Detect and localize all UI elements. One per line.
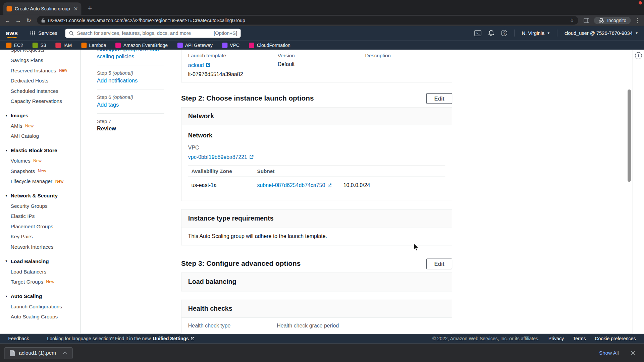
new-badge: New (46, 280, 54, 284)
sidebar-item-savings-plans[interactable]: Savings Plans (0, 55, 80, 65)
launch-template-link[interactable]: acloud (188, 62, 211, 68)
aws-logo[interactable]: aws (6, 29, 18, 37)
step3-edit-button[interactable]: Edit (427, 258, 452, 269)
sidebar-item-auto-scaling-groups[interactable]: Auto Scaling Groups (0, 311, 80, 322)
vpc-link[interactable]: vpc-0bbf19b89eba87221 (188, 154, 254, 160)
chevron-up-icon[interactable] (63, 352, 67, 356)
external-link-icon (191, 337, 195, 341)
load-balancing-card-header: Load balancing (181, 273, 452, 291)
tab-strip: Create Auto Scaling group | EC ✕ + (0, 0, 644, 15)
sidebar-item-capacity-reservations[interactable]: Capacity Reservations (0, 96, 80, 107)
terms-link[interactable]: Terms (573, 336, 586, 341)
address-bar[interactable]: us-east-1.console.aws.amazon.com/ec2/v2/… (37, 16, 578, 25)
external-link-icon (327, 183, 331, 187)
subnet-link[interactable]: subnet-087d6254db74ca750 (257, 182, 332, 188)
favorite-cloudformation[interactable]: CloudFormation (249, 43, 290, 48)
sidebar-item-security-groups[interactable]: Security Groups (0, 201, 80, 211)
chevron-down-icon: ▼ (5, 114, 8, 117)
step2-heading: Step 2: Choose instance launch options (181, 95, 314, 103)
favorite-iam[interactable]: IAM (56, 43, 72, 48)
sidebar-item-elastic-ips[interactable]: Elastic IPs (0, 211, 80, 221)
incognito-badge: Incognito (594, 17, 631, 24)
back-button[interactable]: ← (2, 15, 12, 25)
console-search[interactable]: [Option+S] (65, 28, 241, 38)
region-selector[interactable]: N. Virginia ▼ (522, 30, 550, 36)
new-tab-button[interactable]: + (85, 2, 95, 14)
favorite-api-gateway[interactable]: API Gateway (177, 43, 212, 48)
sidebar-section-auto-scaling[interactable]: ▼Auto Scaling (0, 291, 80, 301)
side-panel-icon[interactable] (582, 15, 591, 25)
table-row: us-east-1a subnet-087d6254db74ca750 10.0… (188, 177, 445, 194)
step2-edit-button[interactable]: Edit (427, 93, 452, 104)
sidebar-item-network-interfaces[interactable]: Network Interfaces (0, 242, 80, 252)
browser-menu-icon[interactable]: ⋮ (633, 17, 641, 24)
step5-link[interactable]: Add notifications (97, 77, 164, 84)
sidebar-section-ebs[interactable]: ▼Elastic Block Store (0, 145, 80, 156)
favorite-ec2[interactable]: EC2 (6, 43, 23, 48)
version-header: Version (278, 53, 365, 59)
cookie-preferences-link[interactable]: Cookie preferences (595, 336, 636, 341)
sidebar-item-lifecycle-manager[interactable]: Lifecycle ManagerNew (0, 176, 80, 186)
sidebar-item-snapshots[interactable]: SnapshotsNew (0, 166, 80, 176)
new-badge: New (33, 159, 42, 163)
step3-heading-row: Step 3: Configure advanced options Edit (181, 258, 452, 269)
sidebar-item-key-pairs[interactable]: Key Pairs (0, 232, 80, 242)
account-menu[interactable]: cloud_user @ 7526-7670-9034 ▼ (565, 30, 638, 36)
sidebar-section-network-security[interactable]: ▼Network & Security (0, 190, 80, 201)
new-badge: New (55, 179, 64, 183)
services-menu[interactable]: Services (38, 30, 57, 36)
health-check-grace-period-label: Health check grace period (270, 318, 451, 334)
sidebar-item-amis[interactable]: AMIsNew (0, 121, 80, 131)
download-item[interactable]: acloud1 (1).pem (4, 347, 73, 359)
sidebar-item-target-groups[interactable]: Target GroupsNew (0, 277, 80, 287)
close-shelf-icon[interactable]: ✕ (630, 349, 636, 357)
search-input[interactable] (77, 30, 211, 36)
version-value: Default (278, 61, 365, 68)
sidebar-item-load-balancers[interactable]: Load Balancers (0, 266, 80, 277)
tab-close-icon[interactable]: ✕ (73, 6, 78, 11)
sidebar-item-spot-requests[interactable]: Spot Requests (0, 50, 80, 55)
notifications-bell-icon[interactable] (488, 30, 494, 36)
sidebar-item-launch-configurations[interactable]: Launch Configurations (0, 301, 80, 312)
step6-link[interactable]: Add tags (97, 101, 164, 108)
favorite-lambda[interactable]: Lambda (81, 43, 106, 48)
sidebar-item-reserved-instances[interactable]: Reserved InstancesNew (0, 65, 80, 76)
cloudshell-icon[interactable]: >_ (475, 30, 482, 36)
health-checks-card: Health checks Health check type Health c… (181, 300, 452, 334)
privacy-link[interactable]: Privacy (548, 336, 564, 341)
new-badge: New (38, 169, 46, 173)
sidebar-section-images[interactable]: ▼Images (0, 110, 80, 121)
instance-type-body: This Auto Scaling group will adhere to t… (181, 227, 452, 245)
sidebar-item-volumes[interactable]: VolumesNew (0, 156, 80, 166)
sidebar-item-dedicated-hosts[interactable]: Dedicated Hosts (0, 75, 80, 86)
external-link-icon (206, 63, 210, 67)
step7-title: Review (97, 126, 164, 132)
sidebar-item-ami-catalog[interactable]: AMI Catalog (0, 131, 80, 141)
instance-type-card-header: Instance type requirements (181, 210, 452, 228)
chevron-down-icon: ▼ (5, 260, 8, 263)
forward-button[interactable]: → (13, 15, 23, 25)
browser-tab[interactable]: Create Auto Scaling group | EC ✕ (3, 2, 82, 15)
favorite-vpc[interactable]: VPC (222, 43, 239, 48)
info-panel-icon[interactable]: i (635, 52, 642, 59)
unified-settings-link[interactable]: Unified Settings (153, 336, 195, 341)
step4-link[interactable]: Configure group size and scaling policie… (97, 50, 164, 60)
scrollbar[interactable] (628, 89, 631, 182)
instance-type-card: Instance type requirements This Auto Sca… (181, 209, 452, 245)
s3-service-icon (33, 43, 38, 48)
favorite-s3[interactable]: S3 (33, 43, 46, 48)
external-link-icon (249, 155, 254, 159)
feedback-link[interactable]: Feedback (8, 336, 29, 341)
aws-console-header: aws Services [Option+S] >_ ? N. Virginia… (0, 26, 644, 40)
show-all-downloads-link[interactable]: Show All (599, 350, 619, 356)
reload-button[interactable]: ↻ (24, 15, 34, 25)
bookmark-star-icon[interactable]: ☆ (570, 18, 574, 23)
favorite-eventbridge[interactable]: Amazon EventBridge (116, 43, 168, 48)
help-icon[interactable]: ? (501, 30, 507, 36)
aws-favicon (7, 6, 12, 11)
sidebar-item-placement-groups[interactable]: Placement Groups (0, 221, 80, 232)
sidebar-section-load-balancing[interactable]: ▼Load Balancing (0, 256, 80, 266)
divider (515, 29, 515, 37)
vpc-label: VPC (188, 144, 445, 150)
sidebar-item-scheduled-instances[interactable]: Scheduled Instances (0, 86, 80, 96)
